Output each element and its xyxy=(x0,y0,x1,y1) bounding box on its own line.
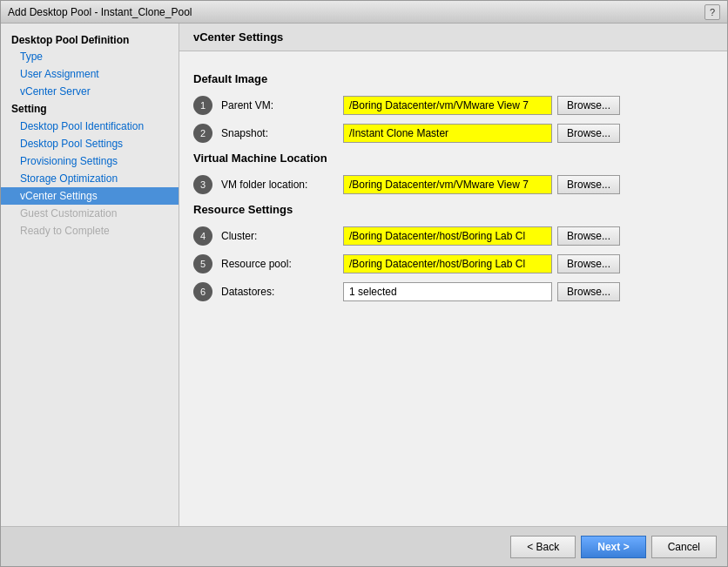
footer: < Back Next > Cancel xyxy=(1,526,727,566)
sidebar-item-storage-optimization[interactable]: Storage Optimization xyxy=(1,170,179,187)
sidebar-item-vcenter-server[interactable]: vCenter Server xyxy=(1,83,179,100)
step-1-circle: 1 xyxy=(193,96,212,115)
snapshot-value: /Instant Clone Master xyxy=(343,124,552,143)
help-button[interactable]: ? xyxy=(704,4,720,20)
step-3-circle: 3 xyxy=(193,175,212,194)
title-bar: Add Desktop Pool - Instant_Clone_Pool ? xyxy=(1,1,727,24)
cluster-row: 4 Cluster: /Boring Datacenter/host/Borin… xyxy=(193,226,713,246)
content-area: vCenter Settings Default Image 1 Parent … xyxy=(179,24,727,526)
vm-folder-row: 3 VM folder location: /Boring Datacenter… xyxy=(193,175,713,194)
default-image-heading: Default Image xyxy=(193,72,713,85)
sidebar-item-provisioning-settings[interactable]: Provisioning Settings xyxy=(1,152,179,170)
parent-vm-value: /Boring Datacenter/vm/VMware View 7 xyxy=(343,96,552,115)
step-6-circle: 6 xyxy=(193,282,212,301)
parent-vm-row: 1 Parent VM: /Boring Datacenter/vm/VMwar… xyxy=(193,96,713,115)
parent-vm-label: Parent VM: xyxy=(221,99,343,111)
resource-pool-row: 5 Resource pool: /Boring Datacenter/host… xyxy=(193,254,713,273)
sidebar: Desktop Pool Definition Type User Assign… xyxy=(1,24,179,526)
datastores-browse-button[interactable]: Browse... xyxy=(557,282,620,301)
sidebar-item-ready-to-complete: Ready to Complete xyxy=(1,222,179,240)
sidebar-item-vcenter-settings[interactable]: vCenter Settings xyxy=(1,187,179,205)
resource-pool-label: Resource pool: xyxy=(221,258,343,270)
main-content: Desktop Pool Definition Type User Assign… xyxy=(1,24,727,526)
back-button[interactable]: < Back xyxy=(510,536,576,558)
cancel-button[interactable]: Cancel xyxy=(651,536,717,558)
vm-folder-label: VM folder location: xyxy=(221,179,343,191)
content-header: vCenter Settings xyxy=(179,24,727,51)
cluster-label: Cluster: xyxy=(221,230,343,242)
sidebar-section-setting: Setting xyxy=(1,100,179,118)
sidebar-item-type[interactable]: Type xyxy=(1,48,179,65)
cluster-value: /Boring Datacenter/host/Boring Lab Cl xyxy=(343,226,552,246)
window-title: Add Desktop Pool - Instant_Clone_Pool xyxy=(8,6,192,18)
sidebar-item-desktop-pool-settings[interactable]: Desktop Pool Settings xyxy=(1,135,179,152)
sidebar-item-desktop-pool-identification[interactable]: Desktop Pool Identification xyxy=(1,118,179,135)
vm-folder-value: /Boring Datacenter/vm/VMware View 7 xyxy=(343,175,552,194)
cluster-browse-button[interactable]: Browse... xyxy=(557,226,620,246)
snapshot-row: 2 Snapshot: /Instant Clone Master Browse… xyxy=(193,124,713,143)
datastores-row: 6 Datastores: 1 selected Browse... xyxy=(193,282,713,301)
next-button[interactable]: Next > xyxy=(581,536,645,558)
sidebar-item-user-assignment[interactable]: User Assignment xyxy=(1,65,179,83)
parent-vm-browse-button[interactable]: Browse... xyxy=(557,96,620,115)
resource-settings-heading: Resource Settings xyxy=(193,203,713,216)
snapshot-browse-button[interactable]: Browse... xyxy=(557,124,620,143)
datastores-label: Datastores: xyxy=(221,286,343,298)
vm-location-heading: Virtual Machine Location xyxy=(193,152,713,165)
window: Add Desktop Pool - Instant_Clone_Pool ? … xyxy=(0,0,728,567)
resource-pool-value: /Boring Datacenter/host/Boring Lab Cl xyxy=(343,254,552,273)
sidebar-item-guest-customization: Guest Customization xyxy=(1,205,179,222)
resource-pool-browse-button[interactable]: Browse... xyxy=(557,254,620,273)
snapshot-label: Snapshot: xyxy=(221,127,343,139)
step-2-circle: 2 xyxy=(193,124,212,143)
vm-folder-browse-button[interactable]: Browse... xyxy=(557,175,620,194)
step-5-circle: 5 xyxy=(193,254,212,273)
step-4-circle: 4 xyxy=(193,226,212,246)
datastores-value: 1 selected xyxy=(343,282,552,301)
sidebar-section-definition: Desktop Pool Definition xyxy=(1,30,179,48)
content-body: Default Image 1 Parent VM: /Boring Datac… xyxy=(179,51,727,324)
